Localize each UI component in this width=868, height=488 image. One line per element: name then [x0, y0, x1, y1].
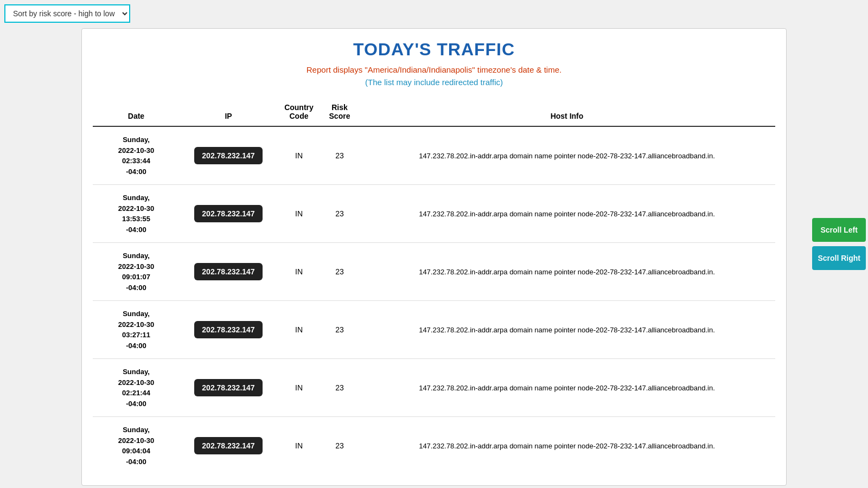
- cell-host-info: 147.232.78.202.in-addr.arpa domain name …: [359, 126, 775, 185]
- cell-risk-score: 23: [321, 417, 359, 475]
- cell-ip: 202.78.232.147: [180, 243, 277, 301]
- col-host-info: Host Info: [359, 98, 775, 126]
- traffic-table: Date IP CountryCode RiskScore Host Info …: [93, 98, 775, 474]
- table-row: Sunday,2022-10-3002:21:44-04:00 202.78.2…: [93, 359, 775, 417]
- main-container: TODAY'S TRAFFIC Report displays "America…: [81, 28, 787, 486]
- cell-date: Sunday,2022-10-3003:27:11-04:00: [93, 301, 180, 359]
- cell-host-info: 147.232.78.202.in-addr.arpa domain name …: [359, 243, 775, 301]
- cell-host-info: 147.232.78.202.in-addr.arpa domain name …: [359, 359, 775, 417]
- subtitle-blue: (The list may include redirected traffic…: [93, 78, 775, 87]
- col-date: Date: [93, 98, 180, 126]
- cell-ip: 202.78.232.147: [180, 417, 277, 475]
- cell-risk-score: 23: [321, 359, 359, 417]
- cell-country-code: IN: [277, 359, 321, 417]
- subtitle-red: Report displays "America/Indiana/Indiana…: [93, 65, 775, 74]
- table-row: Sunday,2022-10-3013:53:55-04:00 202.78.2…: [93, 185, 775, 243]
- ip-badge: 202.78.232.147: [194, 147, 262, 164]
- table-row: Sunday,2022-10-3009:01:07-04:00 202.78.2…: [93, 243, 775, 301]
- col-risk-score: RiskScore: [321, 98, 359, 126]
- cell-risk-score: 23: [321, 185, 359, 243]
- scroll-left-button[interactable]: Scroll Left: [812, 218, 866, 242]
- cell-date: Sunday,2022-10-3009:01:07-04:00: [93, 243, 180, 301]
- sort-select[interactable]: Sort by risk score - high to lowSort by …: [4, 4, 130, 23]
- cell-country-code: IN: [277, 417, 321, 475]
- scroll-buttons-container: Scroll Left Scroll Right: [812, 218, 868, 270]
- table-header-row: Date IP CountryCode RiskScore Host Info: [93, 98, 775, 126]
- col-country-code: CountryCode: [277, 98, 321, 126]
- cell-ip: 202.78.232.147: [180, 359, 277, 417]
- cell-ip: 202.78.232.147: [180, 301, 277, 359]
- cell-country-code: IN: [277, 301, 321, 359]
- ip-badge: 202.78.232.147: [194, 437, 262, 454]
- cell-country-code: IN: [277, 185, 321, 243]
- cell-host-info: 147.232.78.202.in-addr.arpa domain name …: [359, 185, 775, 243]
- col-ip: IP: [180, 98, 277, 126]
- cell-risk-score: 23: [321, 126, 359, 185]
- cell-country-code: IN: [277, 243, 321, 301]
- cell-date: Sunday,2022-10-3002:33:44-04:00: [93, 126, 180, 185]
- cell-host-info: 147.232.78.202.in-addr.arpa domain name …: [359, 417, 775, 475]
- page-title: TODAY'S TRAFFIC: [93, 40, 775, 60]
- scroll-right-button[interactable]: Scroll Right: [812, 246, 866, 270]
- table-row: Sunday,2022-10-3009:04:04-04:00 202.78.2…: [93, 417, 775, 475]
- cell-ip: 202.78.232.147: [180, 185, 277, 243]
- ip-badge: 202.78.232.147: [194, 379, 262, 396]
- cell-risk-score: 23: [321, 243, 359, 301]
- cell-country-code: IN: [277, 126, 321, 185]
- cell-date: Sunday,2022-10-3002:21:44-04:00: [93, 359, 180, 417]
- table-row: Sunday,2022-10-3002:33:44-04:00 202.78.2…: [93, 126, 775, 185]
- ip-badge: 202.78.232.147: [194, 205, 262, 222]
- cell-ip: 202.78.232.147: [180, 126, 277, 185]
- cell-date: Sunday,2022-10-3009:04:04-04:00: [93, 417, 180, 475]
- cell-date: Sunday,2022-10-3013:53:55-04:00: [93, 185, 180, 243]
- table-body: Sunday,2022-10-3002:33:44-04:00 202.78.2…: [93, 126, 775, 474]
- sort-bar: Sort by risk score - high to lowSort by …: [4, 4, 864, 23]
- cell-host-info: 147.232.78.202.in-addr.arpa domain name …: [359, 301, 775, 359]
- table-row: Sunday,2022-10-3003:27:11-04:00 202.78.2…: [93, 301, 775, 359]
- cell-risk-score: 23: [321, 301, 359, 359]
- ip-badge: 202.78.232.147: [194, 263, 262, 280]
- ip-badge: 202.78.232.147: [194, 321, 262, 338]
